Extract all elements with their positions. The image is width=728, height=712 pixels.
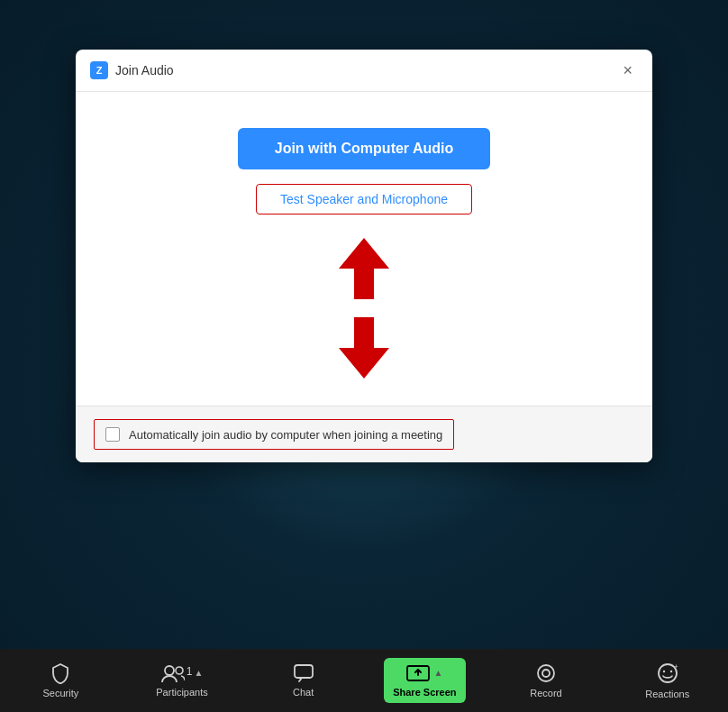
share-screen-label: Share Screen bbox=[393, 687, 456, 698]
share-screen-icon: ▲ bbox=[406, 663, 442, 683]
svg-point-2 bbox=[165, 666, 174, 675]
participants-count: 1 bbox=[187, 666, 193, 677]
svg-point-9 bbox=[662, 671, 664, 672]
dialog-body: Join with Computer Audio Test Speaker an… bbox=[76, 92, 652, 406]
dialog-title-row: Z Join Audio bbox=[90, 61, 174, 79]
toolbar: Security 1 ▲ Participants Chat bbox=[0, 649, 728, 712]
dialog-header: Z Join Audio × bbox=[76, 50, 652, 92]
chat-label: Chat bbox=[293, 687, 314, 698]
svg-text:+: + bbox=[674, 662, 678, 671]
toolbar-item-record[interactable]: Record bbox=[486, 655, 607, 706]
svg-point-6 bbox=[538, 665, 554, 681]
footer-outline: Automatically join audio by computer whe… bbox=[94, 419, 454, 450]
modal-overlay: Z Join Audio × Join with Computer Audio … bbox=[0, 0, 728, 712]
record-icon bbox=[535, 662, 557, 684]
toolbar-item-reactions[interactable]: + Reactions bbox=[606, 654, 728, 707]
participants-chevron: ▲ bbox=[194, 669, 203, 678]
svg-point-10 bbox=[669, 671, 671, 672]
record-label: Record bbox=[530, 688, 561, 698]
svg-marker-1 bbox=[339, 317, 389, 379]
toolbar-item-share-screen[interactable]: ▲ Share Screen bbox=[364, 651, 486, 710]
auto-join-checkbox[interactable] bbox=[105, 427, 120, 442]
svg-point-3 bbox=[176, 667, 183, 674]
participants-label: Participants bbox=[156, 687, 207, 698]
svg-rect-4 bbox=[295, 665, 313, 678]
share-screen-chevron: ▲ bbox=[433, 669, 442, 678]
toolbar-item-chat[interactable]: Chat bbox=[242, 656, 364, 705]
reactions-icon: + bbox=[656, 662, 679, 685]
toolbar-item-participants[interactable]: 1 ▲ Participants bbox=[122, 656, 243, 705]
svg-marker-0 bbox=[339, 238, 389, 299]
security-label: Security bbox=[42, 688, 78, 698]
arrows-container bbox=[339, 238, 389, 379]
join-audio-dialog: Z Join Audio × Join with Computer Audio … bbox=[76, 50, 652, 462]
toolbar-item-security[interactable]: Security bbox=[0, 655, 122, 706]
reactions-label: Reactions bbox=[645, 689, 689, 699]
test-speaker-button[interactable]: Test Speaker and Microphone bbox=[256, 184, 472, 215]
svg-point-7 bbox=[542, 670, 550, 677]
zoom-logo-icon: Z bbox=[90, 61, 108, 79]
arrow-up-icon bbox=[339, 238, 389, 299]
auto-join-label: Automatically join audio by computer whe… bbox=[129, 428, 442, 442]
chat-icon bbox=[293, 663, 314, 683]
arrow-down-icon bbox=[339, 317, 389, 379]
shield-icon bbox=[50, 662, 71, 684]
people-icon: 1 ▲ bbox=[161, 663, 204, 683]
dialog-title: Join Audio bbox=[115, 63, 174, 78]
join-audio-button[interactable]: Join with Computer Audio bbox=[238, 128, 490, 169]
dialog-footer: Automatically join audio by computer whe… bbox=[76, 406, 652, 462]
share-screen-button[interactable]: ▲ Share Screen bbox=[384, 658, 465, 703]
close-button[interactable]: × bbox=[617, 60, 638, 80]
